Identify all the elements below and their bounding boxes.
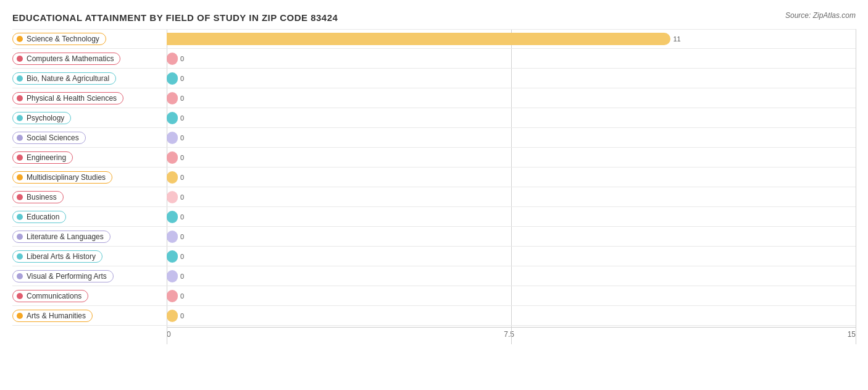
label-dot (17, 313, 23, 319)
bar (167, 92, 178, 104)
bar-label: Communications (27, 292, 81, 300)
table-row: Engineering0 (12, 148, 856, 167)
bar-label: Arts & Humanities (27, 312, 86, 320)
bar (167, 33, 670, 45)
label-pill: Visual & Performing Arts (12, 270, 114, 282)
label-area: Engineering (12, 148, 167, 167)
label-dot (17, 115, 23, 121)
table-row: Multidisciplinary Studies0 (12, 167, 856, 187)
bar-area: 11 (167, 30, 856, 48)
bar (167, 151, 178, 164)
bar-value: 0 (180, 233, 184, 240)
bar-area: 0 (167, 148, 856, 167)
bar (167, 72, 178, 85)
table-row: Physical & Health Sciences0 (12, 88, 856, 108)
bar (167, 53, 178, 65)
label-area: Psychology (12, 108, 167, 127)
bar-value: 0 (180, 174, 184, 181)
x-axis: 0 7.5 15 (167, 327, 856, 339)
table-row: Arts & Humanities0 (12, 306, 856, 326)
bar-label: Business (27, 193, 57, 201)
label-pill: Multidisciplinary Studies (12, 171, 112, 184)
bar-value: 0 (180, 193, 184, 201)
table-row: Business0 (12, 187, 856, 207)
label-area: Business (12, 187, 167, 206)
label-pill: Communications (12, 290, 88, 302)
bar-value: 0 (180, 273, 184, 280)
bar (167, 310, 178, 322)
label-area: Multidisciplinary Studies (12, 167, 167, 187)
bar-value: 0 (180, 253, 184, 260)
bar (167, 231, 178, 243)
bar-label: Computers & Mathematics (27, 54, 114, 63)
table-row: Visual & Performing Arts0 (12, 266, 856, 286)
bar (167, 171, 178, 184)
bar-label: Physical & Health Sciences (27, 94, 117, 103)
label-pill: Science & Technology (12, 33, 106, 45)
label-pill: Liberal Arts & History (12, 250, 102, 263)
bar-value: 0 (180, 75, 184, 82)
label-area: Science & Technology (12, 30, 167, 48)
label-pill: Engineering (12, 151, 73, 164)
chart-container: EDUCATIONAL ATTAINMENT BY FIELD OF STUDY… (0, 0, 868, 390)
bar-value: 11 (673, 35, 680, 43)
label-pill: Psychology (12, 112, 71, 124)
label-pill: Arts & Humanities (12, 310, 93, 322)
label-dot (17, 234, 23, 240)
bar-area: 0 (167, 247, 856, 266)
label-area: Visual & Performing Arts (12, 266, 167, 286)
label-dot (17, 36, 23, 42)
bar-value: 0 (180, 95, 184, 102)
table-row: Bio, Nature & Agricultural0 (12, 69, 856, 88)
label-pill: Education (12, 211, 66, 223)
table-row: Liberal Arts & History0 (12, 247, 856, 266)
bar (167, 290, 178, 302)
label-pill: Physical & Health Sciences (12, 92, 123, 104)
label-area: Liberal Arts & History (12, 247, 167, 266)
bar-label: Literature & Languages (27, 232, 104, 241)
table-row: Psychology0 (12, 108, 856, 128)
label-area: Social Sciences (12, 128, 167, 147)
table-row: Education0 (12, 207, 856, 227)
label-pill: Business (12, 191, 64, 203)
bar-value: 0 (180, 292, 184, 300)
label-area: Literature & Languages (12, 227, 167, 246)
bar-area: 0 (167, 306, 856, 325)
bar (167, 132, 178, 144)
label-pill: Computers & Mathematics (12, 53, 120, 65)
bar-label: Visual & Performing Arts (27, 272, 107, 281)
bar-area: 0 (167, 108, 856, 127)
bar-label: Liberal Arts & History (27, 252, 96, 261)
x-tick-mid: 7.5 (504, 330, 514, 339)
bar-area: 0 (167, 187, 856, 206)
label-pill: Literature & Languages (12, 231, 111, 243)
bar (167, 250, 178, 263)
bar (167, 211, 178, 223)
bar-label: Psychology (27, 114, 64, 122)
bar-area: 0 (167, 49, 856, 68)
bar-value: 0 (180, 134, 184, 142)
table-row: Social Sciences0 (12, 128, 856, 148)
bar-area: 0 (167, 207, 856, 226)
bar-area: 0 (167, 266, 856, 286)
chart-title: EDUCATIONAL ATTAINMENT BY FIELD OF STUDY… (12, 12, 856, 23)
table-row: Communications0 (12, 286, 856, 306)
bar-value: 0 (180, 312, 184, 320)
label-area: Computers & Mathematics (12, 49, 167, 68)
bar (167, 270, 178, 282)
label-area: Arts & Humanities (12, 306, 167, 325)
label-pill: Social Sciences (12, 132, 86, 144)
bar (167, 191, 178, 203)
label-dot (17, 75, 23, 82)
bar-area: 0 (167, 167, 856, 187)
bar-value: 0 (180, 55, 184, 62)
bar-area: 0 (167, 286, 856, 305)
label-dot (17, 155, 23, 161)
label-dot (17, 135, 23, 141)
chart-area: Science & Technology11Computers & Mathem… (12, 29, 856, 363)
label-area: Bio, Nature & Agricultural (12, 69, 167, 88)
x-axis-container: 0 7.5 15 (167, 327, 856, 339)
table-row: Literature & Languages0 (12, 227, 856, 247)
bar-value: 0 (180, 114, 184, 122)
bar-label: Social Sciences (27, 134, 79, 142)
